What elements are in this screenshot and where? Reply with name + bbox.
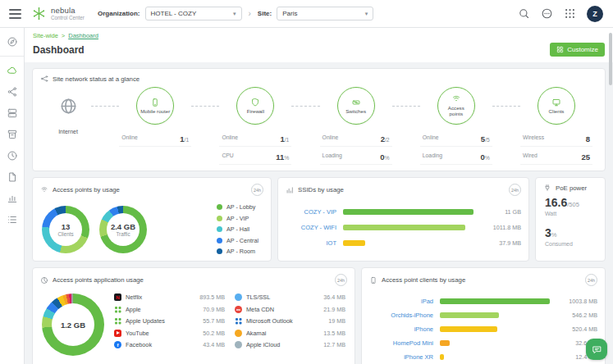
page-header: Site-wide > Dashboard Dashboard Customiz… xyxy=(25,28,613,62)
breadcrumb-site-wide[interactable]: Site-wide xyxy=(33,32,58,39)
youtube-icon xyxy=(114,330,121,337)
poe-consumed-value: 3 xyxy=(545,226,551,239)
app-name: Apple Updates xyxy=(126,317,199,325)
donut-value: 1.2 GB xyxy=(61,321,85,330)
organization-value: HOTEL - COZY xyxy=(151,10,197,17)
chevron-down-icon: ▾ xyxy=(233,11,236,17)
stat-row: Online 1/1 xyxy=(119,129,191,147)
sidebar-item-firmware[interactable] xyxy=(0,124,24,145)
sidebar-item-site[interactable] xyxy=(0,31,24,52)
app-row: ∞Meta CDN21.9 MB xyxy=(235,306,345,313)
firewall-node[interactable]: Firewall xyxy=(236,87,274,125)
legend-label: AP - Room xyxy=(226,248,255,255)
apple-icon xyxy=(114,306,121,313)
app-row: NNetflix893.5 MB xyxy=(114,293,225,301)
ssids-usage-card: SSIDs by usage 24h COZY - VIP 11 GB COZY… xyxy=(277,177,529,262)
stat-sub: % xyxy=(485,155,490,161)
client-link[interactable]: iPad xyxy=(369,298,433,305)
clients-icon xyxy=(551,98,561,107)
app-value: 43.4 MB xyxy=(203,341,225,348)
organization-dropdown[interactable]: HOTEL - COZY ▾ xyxy=(145,7,242,20)
access-points-usage-card: Access points by usage 24h 13Clients 2.4… xyxy=(32,177,272,262)
sidebar-item-reports[interactable] xyxy=(0,166,24,188)
usage-bar xyxy=(440,340,450,346)
client-link[interactable]: iPhone xyxy=(369,325,433,333)
access-points-node[interactable]: Access points xyxy=(437,87,475,125)
ssid-link[interactable]: COZY - WIFI xyxy=(286,224,336,231)
stat-label: Online xyxy=(423,134,439,140)
ssid-row: COZY - WIFI 1011.8 MB xyxy=(286,220,521,235)
support-chat-button[interactable] xyxy=(586,339,607,360)
sidebar-item-history[interactable] xyxy=(0,145,24,166)
organization-label: Organization: xyxy=(98,10,140,17)
app-row: Apple Updates55.7 MB xyxy=(114,317,225,325)
app-value: 36.4 MB xyxy=(323,293,345,301)
access-point-icon xyxy=(40,186,48,194)
mobile-router-node[interactable]: Mobile router xyxy=(136,87,174,125)
app-list-column-2: TLS/SSL36.4 MB ∞Meta CDN21.9 MB Microsof… xyxy=(235,293,345,348)
topology-diagram: Internet Mobile router Online 1/1 xyxy=(40,87,597,165)
switches-node[interactable]: Switches xyxy=(337,87,375,125)
client-row: iPad 1003.8 MB xyxy=(369,294,597,308)
stat-sub: /1 xyxy=(185,137,190,143)
client-link[interactable]: HomePod Mini xyxy=(369,339,433,347)
sidebar-item-logs[interactable] xyxy=(0,209,24,230)
bar-track xyxy=(343,209,473,215)
glance-title: Site network status at a glance xyxy=(53,75,140,83)
ssid-link[interactable]: COZY - VIP xyxy=(286,208,336,216)
menu-icon[interactable] xyxy=(9,9,21,19)
sidebar-item-dashboard[interactable] xyxy=(0,60,24,81)
ssid-link[interactable]: IOT xyxy=(286,239,336,247)
clock-icon xyxy=(7,150,18,162)
page-title: Dashboard xyxy=(33,44,85,56)
user-avatar[interactable]: Z xyxy=(587,6,603,22)
stat-row: Online 1/1 xyxy=(219,129,291,147)
poe-watt-total: /505 xyxy=(567,201,579,208)
nebula-logo-icon xyxy=(31,6,47,21)
stat-row: Loading 0% xyxy=(320,147,392,165)
usage-bar xyxy=(440,298,550,304)
search-icon[interactable] xyxy=(518,7,530,20)
client-link[interactable]: Orchids-iPhone xyxy=(369,312,433,319)
sidebar-item-analytics[interactable] xyxy=(0,188,24,209)
node-label: Clients xyxy=(549,109,565,115)
site-dropdown[interactable]: Paris ▾ xyxy=(277,7,373,20)
app-value: 893.5 MB xyxy=(199,293,225,301)
client-device-icon xyxy=(369,276,377,284)
node-label: Switches xyxy=(345,109,366,115)
card-title: Access points application usage xyxy=(53,276,144,284)
app-value: 21.9 MB xyxy=(323,306,345,313)
topology-icon xyxy=(7,86,18,98)
legend-dot xyxy=(217,216,222,221)
node-firewall: Firewall Online 1/1 CPU 11% xyxy=(219,87,291,165)
stat-row: Loading 0% xyxy=(420,147,492,165)
scrollbar[interactable] xyxy=(609,33,612,85)
stat-label: Online xyxy=(222,134,238,140)
app-name: Microsoft Outlook xyxy=(246,317,324,325)
client-row: iPhone XR 12.4 MB xyxy=(369,350,597,364)
client-link[interactable]: iPhone XR xyxy=(369,353,433,361)
site-value: Paris xyxy=(282,10,297,17)
customize-grid-icon xyxy=(556,46,564,53)
app-row: fFacebook43.4 MB xyxy=(114,341,225,348)
app-name: Meta CDN xyxy=(246,306,319,313)
apple-icloud-icon xyxy=(235,341,242,348)
sidebar-item-topology[interactable] xyxy=(0,81,24,102)
help-more-icon[interactable] xyxy=(541,7,553,20)
legend-dot xyxy=(217,226,222,232)
customize-button[interactable]: Customize xyxy=(550,43,605,57)
sidebar-item-devices[interactable] xyxy=(0,102,24,124)
apps-grid-icon[interactable] xyxy=(564,7,576,20)
app-value: 50.2 MB xyxy=(203,330,225,337)
brand-logo[interactable]: nebula Control Center xyxy=(31,6,85,21)
node-label: Access points xyxy=(441,106,472,116)
facebook-icon: f xyxy=(114,341,121,348)
usage-bar xyxy=(343,225,465,230)
poe-watt-unit: Watt xyxy=(545,211,596,216)
devices-stack-icon xyxy=(7,107,18,119)
bar-track xyxy=(440,312,550,318)
power-plug-icon xyxy=(543,184,551,192)
breadcrumb-dashboard[interactable]: Dashboard xyxy=(68,32,98,39)
topbar-actions: Z xyxy=(518,6,603,22)
clients-node[interactable]: Clients xyxy=(538,87,575,125)
